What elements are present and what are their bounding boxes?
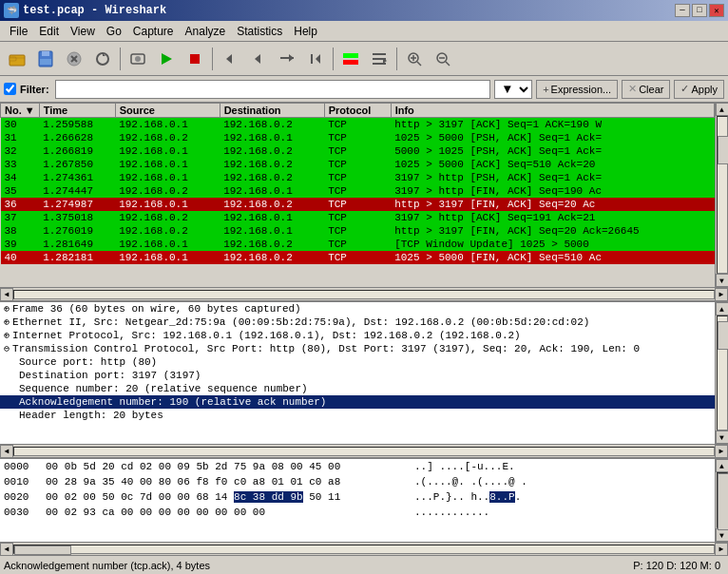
detail-item[interactable]: ⊕Ethernet II, Src: Netgear_2d:75:9a (00:… [0, 316, 715, 329]
packet-list-scrollbar[interactable]: ▲ ▼ [715, 103, 728, 287]
packet-row[interactable]: 321.266819192.168.0.1192.168.0.2TCP5000 … [1, 144, 715, 158]
ascii-highlight: 8..P [489, 491, 514, 503]
hex-panel[interactable]: 000000 0b 5d 20 cd 02 00 09 5b 2d 75 9a … [0, 459, 715, 542]
col-source[interactable]: Source [115, 104, 220, 118]
reload-button[interactable] [89, 46, 116, 72]
detail-hscroll-left[interactable]: ◀ [0, 445, 13, 458]
hex-scroll-thumb[interactable] [718, 473, 729, 530]
menu-analyze[interactable]: Analyze [180, 23, 232, 40]
scroll-track[interactable] [717, 116, 728, 274]
packet-row[interactable]: 391.281649192.168.0.1192.168.0.2TCP[TCP … [1, 238, 715, 251]
hex-scroll-track[interactable] [717, 472, 728, 528]
detail-scroll-down[interactable]: ▼ [716, 430, 729, 444]
packet-row[interactable]: 371.375018192.168.0.2192.168.0.1TCP3197 … [1, 211, 715, 224]
filter-bar: Filter: ▼ + Expression... ✕ Clear ✓ Appl… [0, 76, 728, 103]
svg-marker-15 [316, 54, 320, 64]
detail-item[interactable]: Acknowledgement number: 190 (relative ac… [0, 395, 715, 409]
svg-rect-18 [343, 60, 358, 65]
svg-rect-3 [42, 51, 49, 56]
detail-scrollbar[interactable]: ▲ ▼ [715, 302, 728, 444]
packet-row[interactable]: 331.267850192.168.0.1192.168.0.2TCP1025 … [1, 158, 715, 171]
first-packet-button[interactable] [302, 46, 329, 72]
menu-statistics[interactable]: Statistics [231, 23, 288, 40]
menu-capture[interactable]: Capture [127, 23, 180, 40]
detail-item[interactable]: ⊕Frame 36 (60 bytes on wire, 60 bytes ca… [0, 302, 715, 316]
scroll-thumb[interactable] [718, 136, 729, 164]
open-button[interactable] [4, 46, 30, 72]
save-button[interactable] [32, 46, 59, 72]
detail-item[interactable]: Destination port: 3197 (3197) [0, 369, 715, 382]
capture-options-button[interactable] [125, 46, 151, 72]
colorize-button[interactable] [337, 46, 364, 72]
detail-item[interactable]: ⊖Transmission Control Protocol, Src Port… [0, 342, 715, 355]
hscroll-left[interactable]: ◀ [0, 288, 13, 301]
col-info[interactable]: Info [391, 104, 714, 118]
filter-input[interactable] [55, 80, 491, 99]
menu-file[interactable]: File [4, 23, 33, 40]
hex-hscroll-thumb[interactable] [14, 545, 71, 555]
hscroll-right[interactable]: ▶ [715, 288, 728, 301]
packet-row[interactable]: 311.266628192.168.0.2192.168.0.1TCP1025 … [1, 131, 715, 144]
scroll-down-btn[interactable]: ▼ [716, 274, 729, 287]
back-button[interactable] [217, 46, 243, 72]
hex-hscroll-right[interactable]: ▶ [715, 543, 728, 556]
packet-row[interactable]: 361.274987192.168.0.1192.168.0.2TCPhttp … [1, 198, 715, 211]
detail-hscroll-track[interactable] [13, 447, 715, 456]
detail-scroll-thumb[interactable] [718, 321, 729, 350]
auto-scroll-button[interactable] [366, 46, 393, 72]
zoom-out-button[interactable] [430, 46, 456, 72]
scroll-up-btn[interactable]: ▲ [716, 103, 729, 116]
packet-row[interactable]: 401.282181192.168.0.1192.168.0.2TCP1025 … [1, 251, 715, 264]
stop-capture-button[interactable] [182, 46, 208, 72]
packet-list-panel[interactable]: No. ▼ Time Source Destination Protocol I… [0, 103, 715, 287]
col-no[interactable]: No. ▼ [1, 104, 40, 118]
zoom-in-button[interactable] [401, 46, 428, 72]
packet-row[interactable]: 381.276019192.168.0.2192.168.0.1TCPhttp … [1, 224, 715, 238]
detail-panel[interactable]: ⊕Frame 36 (60 bytes on wire, 60 bytes ca… [0, 302, 715, 444]
menu-edit[interactable]: Edit [33, 23, 65, 40]
start-capture-button[interactable] [153, 46, 180, 72]
clear-button[interactable]: ✕ Clear [622, 80, 670, 99]
hex-hscroll-left[interactable]: ◀ [0, 543, 13, 556]
expander-icon[interactable]: ⊕ [4, 316, 10, 328]
detail-item[interactable]: Header length: 20 bytes [0, 409, 715, 422]
detail-item[interactable]: Source port: http (80) [0, 355, 715, 369]
detail-item[interactable]: Sequence number: 20 (relative sequence n… [0, 382, 715, 395]
menu-go[interactable]: Go [101, 23, 127, 40]
title-controls[interactable]: — □ ✕ [675, 4, 724, 17]
forward-button[interactable] [245, 46, 272, 72]
svg-point-10 [135, 56, 141, 62]
col-destination[interactable]: Destination [220, 104, 324, 118]
menu-help[interactable]: Help [288, 23, 323, 40]
hex-scroll-up[interactable]: ▲ [716, 459, 729, 472]
detail-scroll-track[interactable] [717, 316, 728, 430]
close-button[interactable]: ✕ [709, 4, 724, 17]
hex-scrollbar[interactable]: ▲ ▼ [715, 459, 728, 542]
packet-row[interactable]: 351.274447192.168.0.2192.168.0.1TCP3197 … [1, 184, 715, 198]
menu-view[interactable]: View [65, 23, 101, 40]
window-title: test.pcap - Wireshark [23, 4, 166, 17]
apply-button[interactable]: ✓ Apply [674, 80, 724, 99]
detail-hscroll-right[interactable]: ▶ [715, 445, 728, 458]
packet-row[interactable]: 341.274361192.168.0.1192.168.0.2TCP3197 … [1, 171, 715, 184]
filter-checkbox[interactable] [4, 83, 16, 95]
filter-dropdown[interactable]: ▼ [494, 80, 532, 99]
maximize-button[interactable]: □ [692, 4, 707, 17]
packet-table: No. ▼ Time Source Destination Protocol I… [0, 103, 715, 264]
expander-icon[interactable]: ⊕ [4, 330, 10, 341]
expander-icon[interactable]: ⊕ [4, 303, 10, 315]
minimize-button[interactable]: — [675, 4, 690, 17]
detail-item[interactable]: ⊕Internet Protocol, Src: 192.168.0.1 (19… [0, 329, 715, 342]
packet-row[interactable]: 301.259588192.168.0.1192.168.0.2TCPhttp … [1, 118, 715, 132]
expression-button[interactable]: + Expression... [536, 80, 618, 99]
hex-hscroll-track[interactable] [13, 545, 715, 554]
hscroll-track[interactable] [13, 290, 715, 299]
main-container: No. ▼ Time Source Destination Protocol I… [0, 103, 728, 555]
expander-icon[interactable]: ⊖ [4, 343, 10, 354]
col-protocol[interactable]: Protocol [324, 104, 391, 118]
go-to-packet-button[interactable] [274, 46, 300, 72]
close-capture-button[interactable] [61, 46, 87, 72]
col-time[interactable]: Time [39, 104, 115, 118]
hex-scroll-down[interactable]: ▼ [716, 528, 729, 542]
detail-scroll-up[interactable]: ▲ [716, 302, 729, 316]
